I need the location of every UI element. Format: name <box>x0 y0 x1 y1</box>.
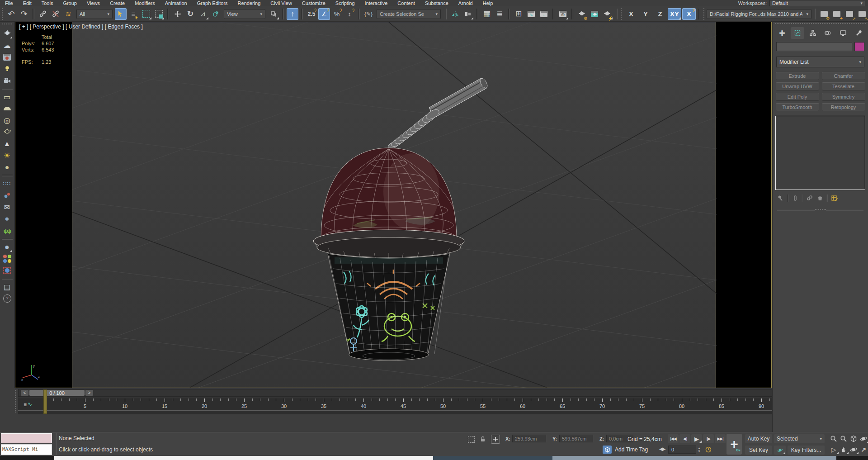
x-coord-field[interactable]: 259,93cm <box>512 435 546 442</box>
modifier-stack[interactable] <box>775 116 865 190</box>
mini-curve-editor-button[interactable]: ≣∿ <box>24 401 32 408</box>
zoom-button[interactable] <box>828 434 839 444</box>
y-coord-field[interactable]: 599,567cm <box>559 435 593 442</box>
restrict-to-z-button[interactable]: Z <box>653 8 667 20</box>
make-unique-icon[interactable] <box>806 194 813 202</box>
viewport-label[interactable]: [ + ] [ Perspective ] [ User Defined ] [… <box>19 24 143 30</box>
light-bulb-button[interactable] <box>2 63 13 74</box>
select-object-button[interactable] <box>115 8 127 20</box>
menu-graph-editors[interactable]: Graph Editors <box>192 0 233 6</box>
zoom-all-button[interactable] <box>838 434 849 444</box>
sun-light-button[interactable]: ☀ <box>2 150 13 161</box>
configure-modifier-sets-icon[interactable] <box>831 194 838 202</box>
timeline-grip[interactable] <box>15 390 16 413</box>
maxscript-mini-listener-output[interactable] <box>1 433 52 443</box>
select-by-name-button[interactable]: ≡ <box>127 8 139 20</box>
select-and-place-button[interactable] <box>210 8 222 20</box>
material-sphere-button[interactable]: ● <box>2 242 13 252</box>
mirror-button[interactable] <box>449 8 461 20</box>
time-configuration-button[interactable] <box>704 445 713 454</box>
orbit-button[interactable] <box>848 445 859 455</box>
select-and-scale-button[interactable]: ⊿ <box>197 8 209 20</box>
perspective-viewport[interactable]: [ + ] [ Perspective ] [ User Defined ] [… <box>15 22 772 388</box>
use-pivot-point-center-button[interactable] <box>268 8 279 20</box>
selection-set-key-dropdown[interactable]: Selected▾ <box>774 434 825 443</box>
align-button[interactable] <box>462 8 474 20</box>
material-palette-button[interactable] <box>2 253 13 264</box>
tab-create[interactable]: ✚ <box>775 27 789 39</box>
teapot-button[interactable] <box>2 28 13 39</box>
current-frame-field[interactable]: 0 <box>668 446 696 454</box>
add-time-tag-button[interactable] <box>603 446 612 454</box>
named-selection-set-dropdown[interactable]: Create Selection Se ▾ <box>377 9 441 19</box>
rectangular-selection-region-button[interactable] <box>140 8 152 20</box>
previous-frame-arrow[interactable]: < <box>21 390 28 396</box>
grass-button[interactable]: ψψ <box>2 225 13 236</box>
menu-rendering[interactable]: Rendering <box>233 0 266 6</box>
toggle-scene-explorer-button[interactable]: ▦ <box>481 8 493 20</box>
wire-teapot-button[interactable] <box>2 127 13 138</box>
redo-button[interactable]: ↷ <box>18 8 30 20</box>
pin-stack-icon[interactable] <box>777 194 784 202</box>
rendered-frame-window-button[interactable] <box>589 8 600 20</box>
render-region-button[interactable] <box>2 265 13 276</box>
render-production-button[interactable]: ⚡ <box>601 8 613 20</box>
auto-key-button[interactable]: Auto Key <box>745 434 772 443</box>
tab-hierarchy[interactable] <box>806 27 820 39</box>
cloud-button[interactable]: ☁ <box>2 40 13 51</box>
go-to-end-button[interactable]: ▶▶| <box>715 434 726 443</box>
select-and-manipulate-button[interactable]: ↑ <box>287 8 298 20</box>
modifier-list-dropdown[interactable]: Modifier List ▾ <box>776 57 864 67</box>
material-editor-button[interactable]: ⊛ <box>557 8 569 20</box>
menu-arnold[interactable]: Arnold <box>453 0 478 6</box>
modifier-button-unwrap-uvw[interactable]: Unwrap UVW <box>776 82 819 90</box>
select-and-move-button[interactable] <box>172 8 184 20</box>
panel-divider[interactable] <box>777 210 863 211</box>
selection-filter-dropdown[interactable]: All ▾ <box>76 9 113 19</box>
keyable-icon-button[interactable] <box>774 446 786 455</box>
key-filters-button[interactable]: Key Filters... <box>788 446 825 455</box>
workspaces-dropdown[interactable]: Default ▾ <box>769 0 865 7</box>
play-animation-button[interactable]: ▶ <box>691 434 702 443</box>
zoom-extents-button[interactable] <box>848 434 859 444</box>
pan-view-button[interactable] <box>838 445 849 455</box>
restrict-to-xy-plane-button[interactable]: XY <box>668 8 681 20</box>
undo-button[interactable]: ↶ <box>5 8 17 20</box>
tab-utilities[interactable] <box>852 27 865 39</box>
image-plane-button[interactable] <box>2 52 13 62</box>
menu-tools[interactable]: Tools <box>37 0 58 6</box>
set-keys-button[interactable]: + <box>726 434 742 455</box>
object-color-swatch[interactable] <box>854 42 864 51</box>
panel-grip[interactable] <box>775 23 866 26</box>
notes-clipboard-button[interactable]: ▤ <box>2 281 13 292</box>
select-and-rotate-button[interactable]: ↻ <box>184 8 196 20</box>
menu-group[interactable]: Group <box>58 0 82 6</box>
next-frame-arrow[interactable]: > <box>85 390 93 396</box>
project-tool-set-button[interactable]: ⚙ <box>818 8 830 20</box>
plane-object-button[interactable]: ▭ <box>2 91 13 102</box>
time-ruler[interactable]: ≣∿ 0510152025303540455055606570758085909… <box>18 398 857 414</box>
toolbar-grip[interactable] <box>2 24 12 26</box>
toolbar-grip[interactable] <box>621 8 622 20</box>
render-setup-button[interactable]: ⚙ <box>576 8 588 20</box>
tab-motion[interactable] <box>821 27 835 39</box>
tab-display[interactable] <box>836 27 850 39</box>
ball-object-button[interactable]: ● <box>2 162 13 173</box>
modifier-button-extrude[interactable]: Extrude <box>776 72 819 80</box>
toggle-ribbon-button[interactable]: ⊞ <box>513 8 524 20</box>
menu-civil-view[interactable]: Civil View <box>265 0 297 6</box>
menu-file[interactable]: File <box>0 0 18 6</box>
snaps-use-axis-constraints-toggle[interactable]: Xʔ <box>682 8 696 20</box>
spinner-snap-toggle[interactable]: ↕ʔ <box>344 8 355 20</box>
menu-customize[interactable]: Customize <box>297 0 330 6</box>
restrict-to-y-button[interactable]: Y <box>639 8 652 20</box>
window-crossing-toggle[interactable] <box>153 8 165 20</box>
menu-modifiers[interactable]: Modifiers <box>130 0 160 6</box>
curve-editor-button[interactable]: ∿ <box>525 8 537 20</box>
timeline-playhead[interactable] <box>43 389 47 414</box>
time-slider-track[interactable]: < 0 / 100 > <box>18 389 857 397</box>
bind-to-space-warp-button[interactable]: ≋ <box>62 8 74 20</box>
modifier-button-turbosmooth[interactable]: TurboSmooth <box>776 103 819 111</box>
percent-snap-toggle[interactable]: %ʔ <box>331 8 343 20</box>
select-and-link-button[interactable] <box>37 8 49 20</box>
